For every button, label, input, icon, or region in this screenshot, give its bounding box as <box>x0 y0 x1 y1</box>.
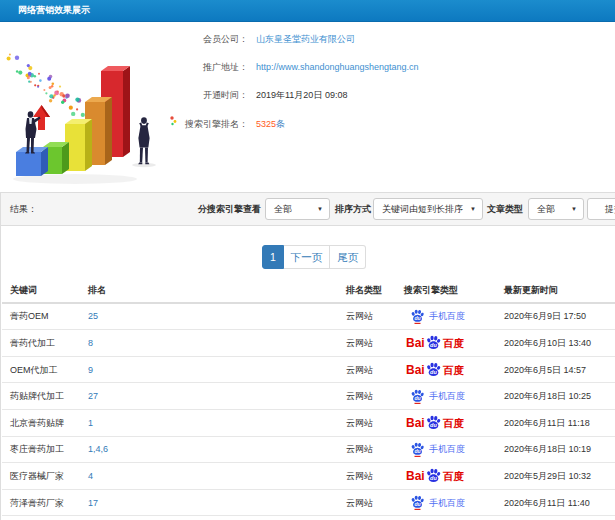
member-info: 会员公司：山东皇圣堂药业有限公司 推广地址：http://www.shandon… <box>0 28 615 188</box>
engine-cell: Bai du 百度 <box>396 409 496 436</box>
baidu-logo-du-text: 百度 <box>443 364 464 376</box>
rank-cell: 1 <box>80 409 338 436</box>
promo-url-label: 推广地址： <box>0 61 248 73</box>
updated-cell: 2020年6月5日 14:57 <box>496 356 615 383</box>
page-1-link[interactable]: 1 <box>262 245 284 269</box>
page-title: 网络营销效果展示 <box>18 0 90 21</box>
page-1-item: 1 <box>262 245 284 269</box>
baidu-logo-bai-text: Bai <box>406 337 425 349</box>
article-type-label: 文章类型 <box>487 193 523 225</box>
rank-count-number: 5325 <box>256 119 276 129</box>
rank-count-value: 5325条 <box>256 119 285 129</box>
svg-text:du: du <box>414 501 421 507</box>
rank-type-cell: 云网站 <box>338 303 396 330</box>
company-label: 会员公司： <box>0 33 248 45</box>
mobile-baidu-label: 手机百度 <box>429 310 465 322</box>
updated-cell: 2020年6月18日 10:25 <box>496 383 615 410</box>
baidu-logo-bai-text: Bai <box>406 364 425 376</box>
next-page-link[interactable]: 下一页 <box>284 245 331 269</box>
keyword-cell: 药贴牌代加工 <box>2 383 80 410</box>
submit-button[interactable]: 提交 <box>587 198 615 220</box>
keyword-cell: 医疗器械厂家 <box>2 463 80 490</box>
svg-text:du: du <box>430 476 437 482</box>
keyword-cell: 膏药代加工 <box>2 330 80 357</box>
rank-cell: 1,4,6 <box>80 436 338 463</box>
rank-type-cell: 云网站 <box>338 356 396 383</box>
table-header-row: 关键词 排名 排名类型 搜索引擎类型 最新更新时间 <box>2 278 615 303</box>
baidu-paw-icon: du <box>425 335 442 350</box>
mobile-baidu-label: 手机百度 <box>429 497 465 509</box>
engine-cell: du 手机百度 <box>396 489 496 516</box>
baidu-logo-du-text: 百度 <box>443 470 464 482</box>
svg-text:du: du <box>414 395 421 401</box>
rank-link[interactable]: 4 <box>88 471 93 481</box>
info-row-url: 推广地址：http://www.shandonghuangshengtang.c… <box>0 61 615 73</box>
engine-filter-select[interactable]: 全部 ▼ <box>265 198 330 220</box>
last-page-link[interactable]: 尾页 <box>330 245 366 269</box>
sort-select[interactable]: 关键词由短到长排序 ▼ <box>373 198 483 220</box>
engine-cell: du 手机百度 <box>396 383 496 410</box>
table-row: 膏药OEM 25 云网站 du 手机百度 2020年6月9日 17:50 <box>2 303 615 330</box>
table-row: OEM代加工 9 云网站 Bai du 百度 2020年6月5日 14:57 <box>2 356 615 383</box>
baidu-logo-bai-text: Bai <box>406 470 425 482</box>
svg-text:du: du <box>414 315 421 321</box>
svg-text:du: du <box>430 369 437 375</box>
col-rank: 排名 <box>80 278 338 303</box>
rank-link[interactable]: 27 <box>88 391 98 401</box>
col-engine-type: 搜索引擎类型 <box>396 278 496 303</box>
baidu-paw-icon: du <box>425 468 442 483</box>
rank-cell: 25 <box>80 303 338 330</box>
open-time-label: 开通时间： <box>0 89 248 101</box>
engine-cell: Bai du 百度 <box>396 330 496 357</box>
table-row: 枣庄膏药加工 1,4,6 云网站 du 手机百度 2020年6月18日 10:1… <box>2 436 615 463</box>
rank-link[interactable]: 1 <box>88 418 93 428</box>
mobile-baidu-label: 手机百度 <box>429 390 465 402</box>
baidu-logo: Bai du 百度 <box>406 335 488 350</box>
sort-select-value: 关键词由短到长排序 <box>382 204 463 214</box>
rank-link[interactable]: 1,4,6 <box>88 444 108 454</box>
engine-cell: du 手机百度 <box>396 303 496 330</box>
rank-count-label: 搜索引擎排名： <box>0 118 248 130</box>
rank-cell: 8 <box>80 330 338 357</box>
company-value[interactable]: 山东皇圣堂药业有限公司 <box>256 34 355 44</box>
engine-filter-label: 分搜索引擎查看 <box>198 193 261 225</box>
updated-cell: 2020年6月9日 17:50 <box>496 303 615 330</box>
baidu-logo-du-text: 百度 <box>443 337 464 349</box>
article-type-select[interactable]: 全部 ▼ <box>528 198 584 220</box>
svg-text:du: du <box>430 423 437 429</box>
baidu-logo: Bai du 百度 <box>406 468 488 483</box>
col-rank-type: 排名类型 <box>338 278 396 303</box>
rank-link[interactable]: 9 <box>88 365 93 375</box>
rank-type-cell: 云网站 <box>338 330 396 357</box>
keyword-cell: OEM代加工 <box>2 356 80 383</box>
rank-link[interactable]: 17 <box>88 498 98 508</box>
updated-cell: 2020年6月10日 13:40 <box>496 330 615 357</box>
baidu-logo-bai-text: Bai <box>406 417 425 429</box>
last-page-item: 尾页 <box>330 245 366 269</box>
table-row: 菏泽膏药厂家 17 云网站 du 手机百度 2020年6月11日 11:40 <box>2 489 615 516</box>
rank-link[interactable]: 8 <box>88 338 93 348</box>
chevron-down-icon: ▼ <box>571 199 577 219</box>
rank-type-cell: 云网站 <box>338 409 396 436</box>
rank-type-cell: 云网站 <box>338 436 396 463</box>
rank-cell: 17 <box>80 489 338 516</box>
table-row: 医疗器械厂家 4 云网站 Bai du 百度 2020年5月29日 10:32 <box>2 463 615 490</box>
mobile-baidu-label: 手机百度 <box>429 443 465 455</box>
rank-type-cell: 云网站 <box>338 489 396 516</box>
chevron-down-icon: ▼ <box>470 199 476 219</box>
result-label: 结果： <box>10 193 37 225</box>
baidu-paw-icon: du <box>410 389 425 404</box>
engine-cell: Bai du 百度 <box>396 463 496 490</box>
keyword-cell: 北京膏药贴牌 <box>2 409 80 436</box>
keyword-cell: 膏药OEM <box>2 303 80 330</box>
svg-text:du: du <box>430 343 437 349</box>
rank-cell: 4 <box>80 463 338 490</box>
pagination: 1 下一页 尾页 <box>262 245 366 269</box>
rank-link[interactable]: 25 <box>88 311 98 321</box>
info-row-company: 会员公司：山东皇圣堂药业有限公司 <box>0 33 615 45</box>
keyword-cell: 菏泽膏药厂家 <box>2 489 80 516</box>
rank-type-cell: 云网站 <box>338 383 396 410</box>
open-time-value: 2019年11月20日 09:08 <box>256 90 347 100</box>
promo-url-value[interactable]: http://www.shandonghuangshengtang.cn <box>256 62 419 72</box>
rank-type-cell: 云网站 <box>338 463 396 490</box>
